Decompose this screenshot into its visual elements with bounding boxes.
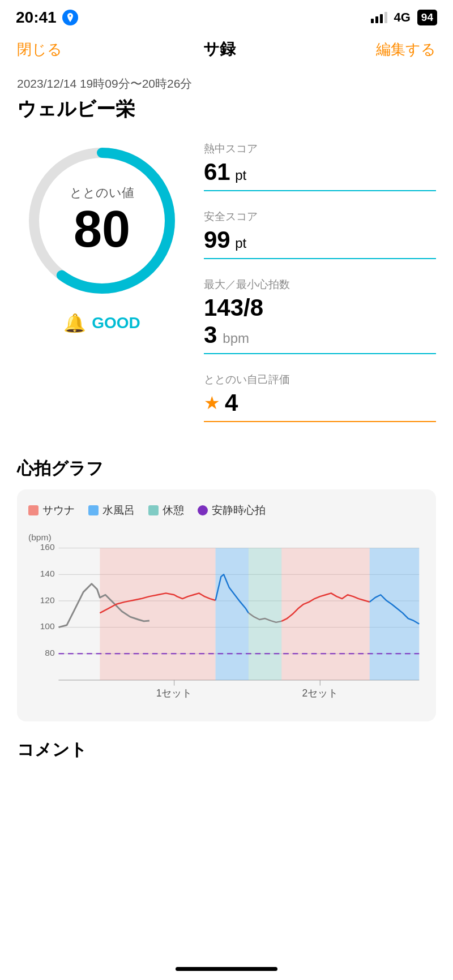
content: 2023/12/14 19時09分〜20時26分 ウェルビー栄 ととのい値 80… [0,67,453,721]
absorption-score-item: 熱中スコア 61 pt [204,141,436,199]
svg-text:100: 100 [40,622,55,631]
comments-title: コメント [17,738,436,762]
svg-rect-16 [249,548,281,680]
svg-text:1セット: 1セット [156,687,193,699]
self-eval-divider [204,421,436,422]
nav-title: サ録 [203,38,236,60]
circle-container: ととのい値 80 [17,136,187,306]
rest-label: 休憩 [163,503,184,518]
status-bar: 20:41 4G 94 [0,0,453,32]
svg-text:2セット: 2セット [302,687,338,699]
comments-section: コメント [0,738,453,762]
heart-rate-label: 最大／最小心拍数 [204,277,436,292]
self-eval-label: ととのい自己評価 [204,372,436,387]
safety-unit: pt [235,235,246,251]
good-text: GOOD [92,314,140,332]
location-name: ウェルビー栄 [17,96,436,122]
safety-label: 安全スコア [204,209,436,224]
close-button[interactable]: 閉じる [17,40,62,59]
location-icon [62,10,78,25]
home-bar [176,967,277,971]
resting-hr-dot [198,505,208,515]
heart-rate-min: 3 [204,321,217,349]
circle-value: 80 [70,204,134,255]
cold-label: 水風呂 [102,503,135,518]
absorption-value: 61 [204,158,230,185]
absorption-label: 熱中スコア [204,141,436,156]
status-time: 20:41 [16,8,78,27]
absorption-divider [204,190,436,191]
battery-badge: 94 [417,10,437,25]
good-badge: 🔔 GOOD [63,312,140,334]
sauna-dot [28,505,39,515]
date-time: 2023/12/14 19時09分〜20時26分 [17,76,436,92]
svg-rect-15 [216,548,249,680]
network-type: 4G [394,10,411,25]
heart-rate-graph-svg: (bpm) 160 140 120 100 80 [28,529,425,710]
graph-title: 心拍グラフ [17,457,436,480]
bell-icon: 🔔 [63,312,86,334]
svg-text:120: 120 [40,595,55,605]
sauna-label: サウナ [42,503,75,518]
home-indicator [0,958,453,980]
cold-dot [88,505,99,515]
svg-rect-14 [100,548,215,680]
main-stats: ととのい値 80 🔔 GOOD 熱中スコア 61 pt [17,136,436,440]
svg-text:160: 160 [40,543,55,552]
svg-text:80: 80 [45,648,55,657]
safety-score-item: 安全スコア 99 pt [204,209,436,267]
graph-legend: サウナ 水風呂 休憩 安静時心拍 [28,503,425,518]
nav-bar: 閉じる サ録 編集する [0,32,453,67]
graph-container: サウナ 水風呂 休憩 安静時心拍 (bpm) [17,489,436,721]
edit-button[interactable]: 編集する [376,40,436,59]
legend-rest: 休憩 [148,503,184,518]
svg-rect-17 [281,548,370,680]
star-icon: ★ [204,392,220,414]
rest-dot [148,505,159,515]
self-eval-item: ととのい自己評価 ★ 4 [204,372,436,430]
bpm-unit: bpm [223,330,249,346]
resting-hr-label: 安静時心拍 [212,503,266,518]
legend-resting-hr: 安静時心拍 [198,503,266,518]
svg-rect-18 [370,548,420,680]
legend-cold: 水風呂 [88,503,135,518]
graph-area: (bpm) 160 140 120 100 80 [28,529,425,710]
status-right: 4G 94 [371,10,438,25]
absorption-unit: pt [235,167,246,183]
circle-center: ととのい値 80 [70,184,134,255]
self-eval-row: ★ 4 [204,389,436,416]
heart-rate-item: 最大／最小心拍数 143/8 3 bpm [204,277,436,362]
score-panel: 熱中スコア 61 pt 安全スコア 99 pt 最大／最小心拍数 143/8 [204,136,436,440]
heart-rate-divider [204,353,436,354]
star-value: 4 [225,389,238,416]
safety-value: 99 [204,226,230,253]
time-display: 20:41 [16,8,57,27]
signal-bars [371,12,387,23]
safety-divider [204,258,436,259]
circle-label: ととのい値 [70,184,134,201]
svg-text:140: 140 [40,569,55,578]
heart-rate-max: 143/8 [204,294,436,321]
legend-sauna: サウナ [28,503,75,518]
heart-rate-row: 3 bpm [204,321,436,349]
svg-text:(bpm): (bpm) [28,532,52,542]
